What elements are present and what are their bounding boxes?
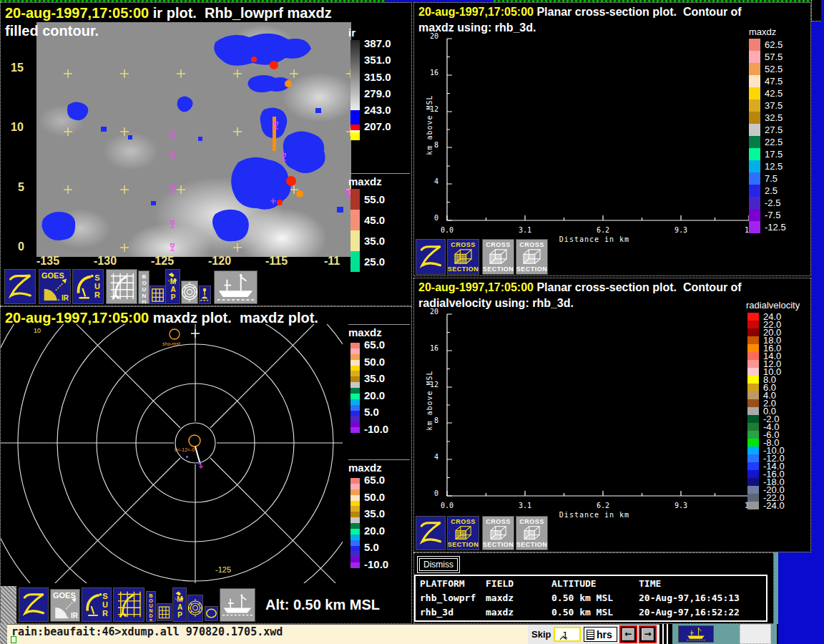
radialvelocity-colorbar: 24.0 22.0 20.0 18.0 16.0 14.0 12.0 10.0 … bbox=[747, 313, 785, 509]
radar-ppi-display[interactable]: sho-mst b<-12<-0 10 -125 bbox=[1, 324, 343, 583]
section-label: SECTION bbox=[448, 541, 479, 548]
cross-label: CROSS bbox=[519, 518, 544, 525]
satellite-image[interactable] bbox=[36, 22, 351, 257]
colorbar-swatch bbox=[749, 87, 760, 99]
zebra-logo-button[interactable] bbox=[416, 516, 446, 550]
sur-label: SUR bbox=[101, 592, 109, 618]
right-arrow-icon: → bbox=[642, 628, 654, 640]
window-resize-strip bbox=[1, 586, 16, 624]
surveillance-radar-button[interactable]: SUR bbox=[82, 587, 112, 622]
azimuth-label: -125 bbox=[215, 565, 231, 574]
x-tick: -120 bbox=[208, 255, 231, 268]
circle-overlay-button[interactable] bbox=[205, 606, 218, 621]
colorbar-label: 50.0 bbox=[364, 491, 388, 508]
range-rings-button[interactable] bbox=[187, 595, 203, 622]
map-button[interactable]: MAP bbox=[165, 269, 180, 304]
circle-icon bbox=[205, 607, 217, 620]
step-back-button[interactable]: ← bbox=[619, 625, 637, 643]
panel-cross-section-radialvelocity: 20-aug-1997,17:05:00 Planar cross-sectio… bbox=[413, 278, 811, 552]
y-tick: 0 bbox=[420, 214, 438, 222]
cross-label: CROSS bbox=[451, 241, 476, 248]
goes-ir-button[interactable]: GOES . IR bbox=[39, 269, 71, 304]
colorbar-swatch bbox=[747, 415, 759, 423]
colorbar-swatch bbox=[350, 210, 360, 230]
zebra-z-icon bbox=[19, 588, 48, 621]
cross-section-button-2[interactable]: CROSS SECTION bbox=[482, 516, 514, 550]
colorbar-swatch bbox=[747, 384, 759, 391]
goes-ir-button[interactable]: GOES . IR bbox=[50, 589, 80, 622]
colorbar-swatch bbox=[747, 423, 759, 431]
cross-section-button-1[interactable]: CROSS SECTION bbox=[447, 239, 479, 275]
colorbar-entry: -24.0 bbox=[747, 502, 785, 509]
maxdz-colorbar2-title: maxdz bbox=[348, 462, 382, 474]
small-grid-button[interactable] bbox=[149, 286, 166, 304]
surveillance-radar-button[interactable]: SUR bbox=[72, 269, 104, 304]
map-label: MAP bbox=[176, 595, 183, 619]
range-rings-button[interactable] bbox=[181, 280, 198, 304]
maxdz-colorbar2-strip bbox=[350, 478, 360, 568]
panel-title-line2: maxdz using: rhb_3d. bbox=[418, 21, 536, 34]
colorbar-swatch bbox=[747, 321, 759, 328]
hrs-units-button[interactable]: hrs bbox=[584, 627, 617, 642]
bounds-button[interactable]: BOUNDS bbox=[138, 270, 149, 304]
colorbar-value: -24.0 bbox=[759, 502, 785, 509]
time-skip-controls: Skip 1 hrs ← → bbox=[528, 624, 659, 644]
colorbar-label: 5.0 bbox=[364, 406, 388, 423]
radar-grid-button[interactable] bbox=[106, 269, 137, 304]
cross-section-button-3[interactable]: CROSS SECTION bbox=[516, 239, 548, 275]
ship-button[interactable] bbox=[220, 588, 255, 622]
colorbar-swatch bbox=[350, 230, 360, 251]
maxdz-colorbar-title: maxdz bbox=[348, 175, 382, 187]
colorbar-swatch bbox=[350, 478, 360, 484]
colorbar-swatch bbox=[749, 136, 760, 148]
cross-section-button-1[interactable]: CROSS SECTION bbox=[447, 516, 479, 550]
colorbar-swatch bbox=[747, 352, 759, 360]
timestamp: 20-aug-1997,17:05:00 bbox=[5, 5, 149, 21]
dismiss-button[interactable]: Dismiss bbox=[417, 556, 460, 573]
colorbar-swatch bbox=[350, 529, 360, 535]
radar-grid-button[interactable] bbox=[113, 587, 144, 622]
cross-section-plot[interactable] bbox=[440, 308, 755, 503]
colorbar-swatch bbox=[350, 388, 360, 394]
timestamp: 20-aug-1997,17:05:00 bbox=[418, 281, 534, 293]
colorbar-value: -2.5 bbox=[760, 197, 780, 208]
cross-section-button-3[interactable]: CROSS SECTION bbox=[516, 516, 548, 550]
panel-title: 20-aug-1997,17:05:00 Planar cross-sectio… bbox=[418, 6, 742, 19]
skip-input[interactable]: 1 bbox=[554, 627, 581, 642]
ship-button[interactable] bbox=[214, 270, 258, 304]
table-row-cell: maxdz bbox=[486, 607, 514, 618]
colorbar-swatch bbox=[350, 484, 360, 489]
colorbar-swatch bbox=[350, 551, 360, 557]
colorbar-value: -12.5 bbox=[760, 222, 786, 233]
title-text: Planar cross-section plot. Contour of bbox=[534, 6, 742, 18]
radar-origin-ring bbox=[189, 435, 200, 447]
grid-radar-icon bbox=[114, 588, 144, 621]
map-button[interactable]: MAP bbox=[172, 587, 187, 622]
panel-title: 20-aug-1997,17:05:00 maxdz plot. maxdz p… bbox=[5, 310, 318, 326]
cross-section-button-2[interactable]: CROSS SECTION bbox=[482, 239, 514, 275]
zebra-logo-button[interactable] bbox=[416, 239, 446, 275]
zebra-z-icon bbox=[5, 270, 35, 303]
colorbar-label: 20.0 bbox=[364, 525, 388, 542]
y-tick-5: 5 bbox=[18, 181, 24, 194]
zebra-logo-button[interactable] bbox=[19, 587, 49, 622]
colorbar-swatch bbox=[747, 439, 759, 447]
ship-platform-button[interactable] bbox=[678, 625, 714, 643]
bounds-button[interactable]: BOUNDS bbox=[146, 591, 156, 622]
buoy-button[interactable] bbox=[199, 286, 211, 304]
colorbar-title: radialvelocity bbox=[746, 300, 800, 311]
colorbar-swatch bbox=[747, 494, 759, 502]
table-row-cell: rhb_lowprf bbox=[420, 592, 476, 603]
small-grid-button[interactable] bbox=[157, 603, 172, 621]
colorbar-swatch bbox=[747, 454, 759, 462]
zebra-logo-button[interactable] bbox=[4, 269, 36, 304]
cross-section-plot[interactable] bbox=[440, 33, 755, 228]
y-tick-0: 0 bbox=[18, 240, 24, 253]
step-forward-button[interactable]: → bbox=[639, 625, 657, 643]
y-tick: 16 bbox=[420, 69, 438, 77]
panel-cross-section-maxdz: 20-aug-1997,17:05:00 Planar cross-sectio… bbox=[413, 2, 811, 276]
grid-icon bbox=[150, 286, 165, 303]
colorbar-swatch bbox=[747, 313, 759, 321]
x-tick: -125 bbox=[151, 255, 174, 268]
colorbar-swatch bbox=[350, 405, 360, 411]
